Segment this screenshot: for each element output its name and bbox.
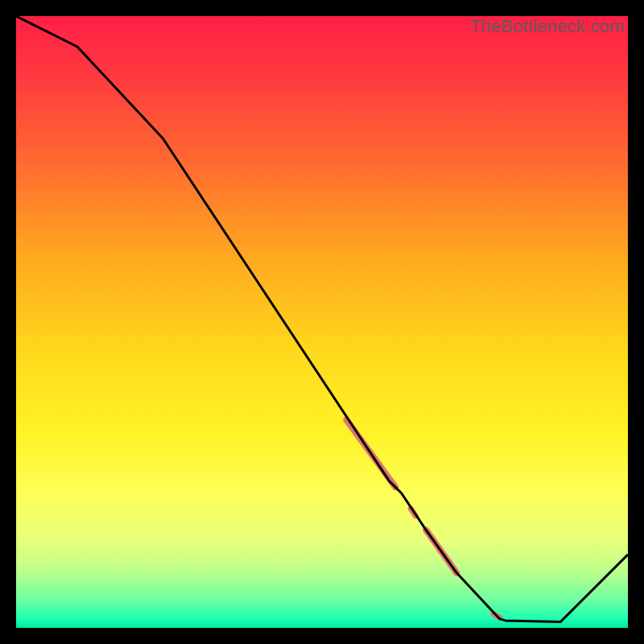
watermark-label: TheBottleneck.com xyxy=(470,16,625,37)
main-curve xyxy=(16,16,628,621)
curve-layer xyxy=(16,16,628,628)
chart-frame: TheBottleneck.com xyxy=(16,16,628,628)
